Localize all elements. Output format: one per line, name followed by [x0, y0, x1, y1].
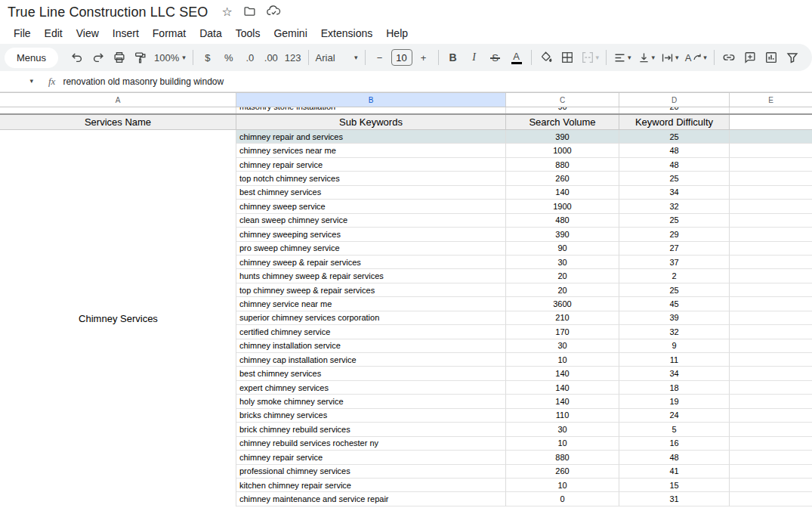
header-search-volume[interactable]: Search Volume [506, 115, 619, 130]
menu-data[interactable]: Data [193, 26, 228, 41]
horizontal-align-button[interactable]: ▾ [611, 48, 634, 67]
column-header-e[interactable]: E [730, 93, 812, 107]
empty-cell[interactable] [730, 269, 812, 283]
keyword-difficulty-cell[interactable]: 18 [619, 381, 730, 395]
partial-cell-keyword-difficulty[interactable]: 20 [619, 107, 730, 113]
spreadsheet-title[interactable]: True Line Construction LLC SEO [8, 5, 208, 20]
keyword-difficulty-cell[interactable]: 29 [619, 228, 730, 241]
sub-keyword-cell[interactable]: superior chimney services corporation [236, 311, 506, 325]
services-name-cell[interactable] [0, 381, 236, 395]
partial-cell-sub-keyword[interactable]: masonry stone installation [236, 107, 506, 113]
search-volume-cell[interactable]: 390 [506, 228, 619, 241]
sub-keyword-cell[interactable]: top notch chimney services [236, 172, 506, 185]
search-volume-cell[interactable]: 1000 [506, 144, 619, 157]
text-rotation-button[interactable]: A ▾ [683, 48, 709, 67]
empty-cell[interactable] [730, 381, 812, 395]
more-formats-button[interactable]: 123 [283, 48, 304, 67]
empty-cell[interactable] [730, 214, 812, 228]
sub-keyword-cell[interactable]: chimney services near me [236, 144, 506, 157]
search-volume-cell[interactable]: 10 [506, 479, 619, 492]
menu-view[interactable]: View [70, 26, 105, 41]
decrease-font-size-button[interactable]: − [370, 48, 390, 67]
search-volume-cell[interactable]: 110 [506, 409, 619, 423]
services-name-cell[interactable] [0, 367, 236, 380]
sub-keyword-cell[interactable]: top chimney sweep & repair services [236, 283, 506, 297]
empty-cell[interactable] [730, 423, 812, 436]
column-header-b[interactable]: B [236, 93, 506, 107]
font-size-input[interactable]: 10 [391, 49, 412, 66]
empty-cell[interactable] [730, 492, 812, 506]
menu-help[interactable]: Help [380, 26, 414, 41]
services-name-cell[interactable] [0, 395, 236, 408]
undo-button[interactable] [67, 48, 87, 67]
move-folder-icon[interactable] [243, 5, 256, 20]
search-volume-cell[interactable]: 20 [506, 269, 619, 283]
keyword-difficulty-cell[interactable]: 11 [619, 353, 730, 367]
redo-button[interactable] [88, 48, 108, 67]
empty-cell[interactable] [730, 242, 812, 256]
keyword-difficulty-cell[interactable]: 48 [619, 144, 730, 157]
services-name-cell[interactable] [0, 269, 236, 283]
sub-keyword-cell[interactable]: expert chimney services [236, 381, 506, 395]
keyword-difficulty-cell[interactable]: 2 [619, 269, 730, 283]
sub-keyword-cell[interactable]: holy smoke chimney service [236, 395, 506, 408]
empty-cell[interactable] [730, 186, 812, 200]
vertical-align-button[interactable]: ▾ [635, 48, 658, 67]
empty-cell[interactable] [730, 409, 812, 423]
search-volume-cell[interactable]: 140 [506, 367, 619, 380]
services-name-cell[interactable] [0, 214, 236, 228]
font-family-selector[interactable]: Arial ▾ [313, 48, 360, 67]
sub-keyword-cell[interactable]: best chimney services [236, 367, 506, 380]
empty-cell[interactable] [730, 353, 812, 367]
search-volume-cell[interactable]: 260 [506, 172, 619, 185]
keyword-difficulty-cell[interactable]: 39 [619, 311, 730, 325]
keyword-difficulty-cell[interactable]: 45 [619, 297, 730, 311]
cloud-saved-icon[interactable] [267, 5, 281, 20]
search-volume-cell[interactable]: 30 [506, 339, 619, 353]
search-volume-cell[interactable]: 170 [506, 325, 619, 339]
formula-input[interactable]: renovation old masonry building window [63, 76, 224, 87]
search-volume-cell[interactable]: 880 [506, 451, 619, 464]
sub-keyword-cell[interactable]: chimney service near me [236, 297, 506, 311]
services-name-cell[interactable] [0, 228, 236, 241]
keyword-difficulty-cell[interactable]: 34 [619, 367, 730, 380]
column-header-c[interactable]: C [506, 93, 619, 107]
zoom-control[interactable]: 100% ▾ [152, 48, 188, 67]
services-name-cell[interactable] [0, 158, 236, 172]
sub-keyword-cell[interactable]: chimney installation service [236, 339, 506, 353]
bold-button[interactable]: B [443, 48, 463, 67]
search-volume-cell[interactable]: 3600 [506, 297, 619, 311]
sub-keyword-cell[interactable]: pro sweep chimney service [236, 242, 506, 256]
search-volume-cell[interactable]: 480 [506, 214, 619, 228]
search-volume-cell[interactable]: 10 [506, 353, 619, 367]
name-box[interactable]: ▾ [0, 78, 39, 85]
empty-cell[interactable] [730, 367, 812, 380]
keyword-difficulty-cell[interactable]: 34 [619, 186, 730, 200]
services-name-cell[interactable] [0, 242, 236, 256]
column-header-a[interactable]: A [0, 93, 236, 107]
search-volume-cell[interactable]: 1900 [506, 200, 619, 213]
keyword-difficulty-cell[interactable]: 25 [619, 283, 730, 297]
borders-button[interactable] [557, 48, 577, 67]
empty-cell[interactable] [730, 228, 812, 241]
menu-gemini[interactable]: Gemini [267, 26, 313, 41]
keyword-difficulty-cell[interactable]: 5 [619, 423, 730, 436]
sub-keyword-cell[interactable]: best chimney services [236, 186, 506, 200]
services-name-cell[interactable] [0, 130, 236, 144]
keyword-difficulty-cell[interactable]: 31 [619, 492, 730, 506]
keyword-difficulty-cell[interactable]: 25 [619, 172, 730, 185]
menu-format[interactable]: Format [147, 26, 192, 41]
sub-keyword-cell[interactable]: chimney repair service [236, 158, 506, 172]
services-name-cell[interactable] [0, 325, 236, 339]
empty-cell[interactable] [730, 395, 812, 408]
sub-keyword-cell[interactable]: chimney repair service [236, 451, 506, 464]
search-volume-cell[interactable]: 90 [506, 242, 619, 256]
empty-cell[interactable] [730, 256, 812, 269]
search-volume-cell[interactable]: 390 [506, 130, 619, 144]
sub-keyword-cell[interactable]: brick chimney rebuild services [236, 423, 506, 436]
text-wrap-button[interactable]: ▾ [659, 48, 681, 67]
empty-cell[interactable] [730, 451, 812, 464]
empty-cell[interactable] [730, 130, 812, 144]
sub-keyword-cell[interactable]: chimney repair and services [236, 130, 506, 144]
empty-cell[interactable] [730, 339, 812, 353]
